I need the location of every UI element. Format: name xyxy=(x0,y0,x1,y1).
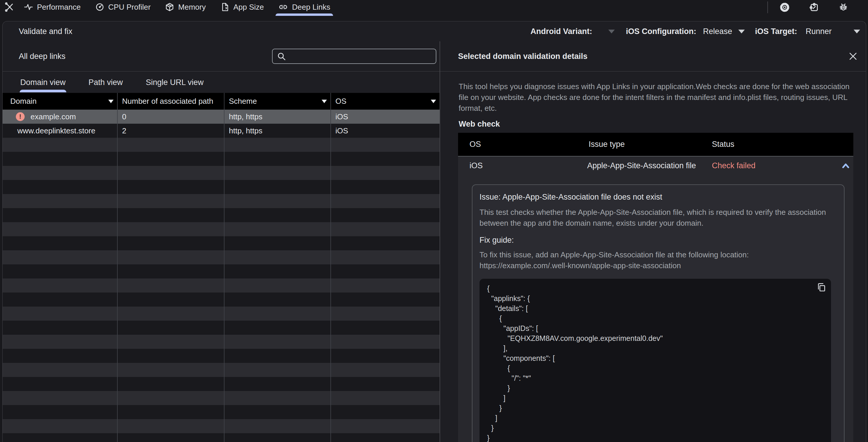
sort-dropdown-icon[interactable] xyxy=(321,100,327,103)
tab-performance[interactable]: Performance xyxy=(22,0,83,14)
ios-configuration-dropdown[interactable] xyxy=(738,30,745,33)
empty-table-row xyxy=(3,391,440,405)
tab-label: Memory xyxy=(178,3,206,12)
fix-guide-text: To fix this issue, add an Apple-App-Site… xyxy=(479,249,837,271)
scheme-cell: http, https xyxy=(224,124,331,138)
empty-table-row xyxy=(3,307,440,321)
gauge-icon xyxy=(95,3,104,11)
empty-table-row xyxy=(3,264,440,278)
devtools-logo-icon xyxy=(4,2,14,12)
empty-table-row xyxy=(3,363,440,377)
domain-cell: www.deeplinktest.store xyxy=(3,124,118,138)
empty-table-row xyxy=(3,405,440,419)
empty-table-row xyxy=(3,250,440,264)
topbar-actions xyxy=(767,1,868,13)
empty-table-row xyxy=(3,293,440,307)
extensions-puzzle-icon[interactable] xyxy=(809,2,819,12)
column-header[interactable]: Scheme xyxy=(224,93,331,110)
android-variant-dropdown[interactable] xyxy=(608,30,615,33)
ios-target-dropdown[interactable] xyxy=(854,30,860,33)
empty-table-row xyxy=(3,419,440,433)
check-column-header: OS xyxy=(458,140,587,149)
sort-dropdown-icon[interactable] xyxy=(108,100,114,103)
deep-links-table: DomainNumber of associated pathSchemeOS … xyxy=(3,93,440,442)
issue-details-expanded: Issue: Apple-App-Site-Association file d… xyxy=(458,175,853,442)
search-icon xyxy=(277,52,286,61)
tab-single-url-view[interactable]: Single URL view xyxy=(146,78,204,93)
environment-controls: Android Variant: iOS Configuration: Rele… xyxy=(531,27,860,36)
empty-table-row xyxy=(3,222,440,236)
details-content: This tool helps you diagnose issues with… xyxy=(440,71,866,442)
issue-fix-card: Issue: Apple-App-Site-Association file d… xyxy=(472,184,844,442)
status-badge: Check failed xyxy=(712,161,755,170)
table-row[interactable]: !example.com0http, httpsiOS xyxy=(3,110,440,124)
validation-details-pane: Selected domain validation details This … xyxy=(440,41,866,442)
search-box xyxy=(272,49,436,64)
list-toolbar: All deep links xyxy=(3,41,440,71)
check-os-cell: iOS xyxy=(458,161,587,170)
issue-title: Issue: Apple-App-Site-Association file d… xyxy=(479,193,837,202)
column-header[interactable]: OS xyxy=(331,93,440,110)
empty-table-row xyxy=(3,278,440,293)
tool-tabs: Performance CPU Profiler Memory xyxy=(22,0,332,14)
page-title: Validate and fix xyxy=(19,27,72,36)
close-icon[interactable] xyxy=(848,51,858,62)
aasa-code-block: { "applinks": { "details": [ { "appIDs":… xyxy=(479,279,831,442)
tab-path-view[interactable]: Path view xyxy=(89,78,123,93)
web-check-table: OSIssue typeStatus iOS Apple-App-Site-As… xyxy=(458,133,853,442)
tab-app-size[interactable]: App Size xyxy=(219,0,266,14)
empty-table-row xyxy=(3,138,440,152)
error-icon: ! xyxy=(16,112,25,121)
report-bug-icon[interactable] xyxy=(838,2,848,12)
top-tab-bar: Performance CPU Profiler Memory xyxy=(0,0,868,18)
details-title: Selected domain validation details xyxy=(458,52,587,61)
empty-table-row xyxy=(3,433,440,442)
sort-dropdown-icon[interactable] xyxy=(431,100,436,103)
ios-target-value[interactable]: Runner xyxy=(806,27,832,36)
tab-deep-links[interactable]: Deep Links xyxy=(277,0,332,14)
table-row[interactable]: www.deeplinktest.store2http, httpsiOS xyxy=(3,124,440,138)
link-icon xyxy=(278,2,288,12)
tab-memory[interactable]: Memory xyxy=(163,0,208,14)
empty-table-row xyxy=(3,377,440,391)
domain-cell: !example.com xyxy=(3,110,118,124)
column-header[interactable]: Number of associated path xyxy=(118,93,224,110)
issue-description: This test checks whether the Apple-App-S… xyxy=(479,207,837,229)
check-status-cell: Check failed xyxy=(710,161,853,170)
deep-links-tool-panel: Validate and fix Android Variant: iOS Co… xyxy=(2,21,866,442)
pulse-icon xyxy=(24,3,33,11)
web-check-table-header: OSIssue typeStatus xyxy=(458,133,853,156)
tab-label: CPU Profiler xyxy=(108,3,151,12)
tab-label: Performance xyxy=(37,3,81,12)
view-tabs: Domain view Path view Single URL view xyxy=(3,71,440,93)
chevron-up-icon[interactable] xyxy=(840,161,851,170)
file-icon xyxy=(220,3,229,11)
android-variant-label: Android Variant: xyxy=(531,27,592,36)
scheme-cell: http, https xyxy=(224,110,331,124)
web-check-heading: Web check xyxy=(459,120,853,129)
web-check-row-ios[interactable]: iOS Apple-App-Site-Association file Chec… xyxy=(458,156,853,175)
paths-cell: 2 xyxy=(118,124,224,138)
copy-icon[interactable] xyxy=(816,282,826,292)
validate-and-fix-header: Validate and fix Android Variant: iOS Co… xyxy=(3,22,866,41)
search-input[interactable] xyxy=(289,52,434,61)
ios-configuration-value[interactable]: Release xyxy=(703,27,732,36)
check-column-header: Issue type xyxy=(587,140,710,149)
settings-gear-icon[interactable] xyxy=(780,2,789,12)
deep-links-table-header: DomainNumber of associated pathSchemeOS xyxy=(3,93,440,110)
aasa-code: { "applinks": { "details": [ { "appIDs":… xyxy=(487,283,824,442)
tab-cpu-profiler[interactable]: CPU Profiler xyxy=(94,0,152,14)
empty-table-row xyxy=(3,208,440,222)
empty-table-row xyxy=(3,335,440,349)
tab-label: App Size xyxy=(233,3,264,12)
empty-table-row xyxy=(3,349,440,363)
package-icon xyxy=(165,3,174,11)
column-header[interactable]: Domain xyxy=(3,93,118,110)
devtools-app: Performance CPU Profiler Memory xyxy=(0,0,868,442)
tab-label: Deep Links xyxy=(292,3,330,12)
tab-domain-view[interactable]: Domain view xyxy=(20,78,66,93)
os-cell: iOS xyxy=(331,124,440,138)
fix-guide-label: Fix guide: xyxy=(479,236,837,245)
tool-description: This tool helps you diagnose issues with… xyxy=(459,81,853,114)
os-cell: iOS xyxy=(331,110,440,124)
